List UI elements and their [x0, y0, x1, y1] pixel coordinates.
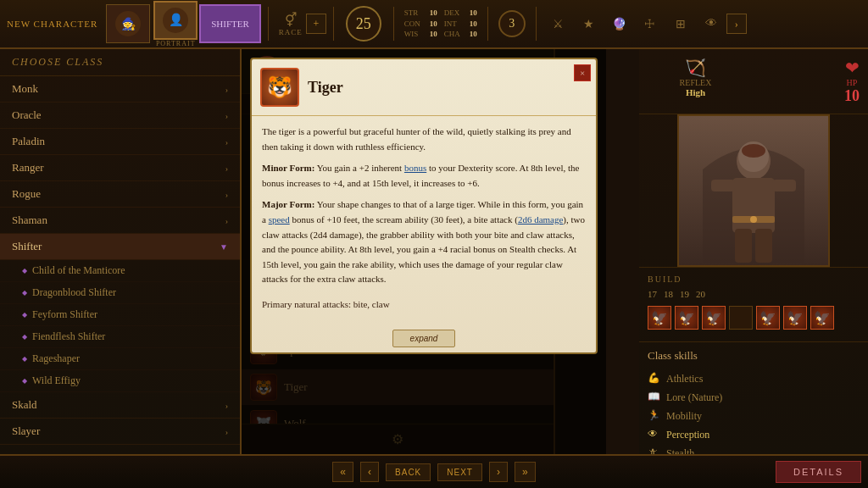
- next-button[interactable]: Next: [437, 463, 482, 481]
- choose-class-header: Choose Class: [0, 49, 240, 76]
- shifter-source-icon[interactable]: 🔮: [606, 10, 633, 37]
- svg-rect-2: [711, 180, 735, 191]
- build-numbers: 17 18 19 20: [648, 289, 860, 299]
- new-character-label: New Character: [7, 19, 97, 29]
- build-slot-4: [729, 306, 753, 330]
- bullet-2: ◆: [22, 289, 27, 297]
- build-slot-5: 🦅: [756, 306, 780, 330]
- divider-5: [536, 7, 537, 41]
- mobility-icon: 🏃: [648, 409, 661, 423]
- build-slot-7: 🦅: [810, 306, 834, 330]
- left-panel: Choose Class Monk › Oracle › Paladin › R…: [0, 49, 242, 454]
- svg-rect-3: [772, 180, 796, 191]
- oracle-arrow: ›: [225, 111, 228, 120]
- popup-attacks: Primary natural attacks: bite, claw: [262, 294, 586, 316]
- stealth-icon: 🗡: [648, 446, 661, 454]
- nav-first-btn[interactable]: «: [332, 462, 353, 482]
- divider-3: [393, 7, 394, 41]
- portrait-figure: [679, 116, 828, 265]
- bullet-1: ◆: [22, 267, 27, 274]
- skill-stealth: 🗡 Stealth: [648, 444, 860, 454]
- class-item-paladin[interactable]: Paladin ›: [0, 129, 240, 155]
- build-slot-1: 🦅: [648, 306, 671, 330]
- bottom-bar: « ‹ Back Next › » Details: [0, 454, 868, 488]
- class-item-slayer[interactable]: Slayer ›: [0, 419, 240, 445]
- build-slot-6: 🦅: [783, 306, 807, 330]
- popup-description: The tiger is a powerful but graceful hun…: [262, 125, 586, 154]
- back-button[interactable]: Back: [386, 463, 431, 481]
- slayer-arrow: ›: [225, 427, 228, 436]
- bullet-3: ◆: [22, 311, 27, 319]
- monk-arrow: ›: [225, 85, 228, 94]
- deity-icon[interactable]: ☩: [637, 10, 664, 37]
- build-section: Build 17 18 19 20 🦅 🦅 🦅 🦅 🦅 🦅: [639, 267, 868, 341]
- popup-overlay: × 🐯 Tiger The tiger is a powerful but gr…: [242, 49, 606, 454]
- level-indicator: 25: [346, 6, 381, 42]
- tab-shifter[interactable]: Shifter: [199, 4, 261, 43]
- rogue-arrow: ›: [225, 190, 228, 199]
- svg-rect-4: [735, 229, 752, 263]
- subclass-wild-effigy[interactable]: ◆ Wild Effigy: [0, 370, 240, 392]
- tiger-popup-icon: 🐯: [260, 68, 299, 107]
- bullet-4: ◆: [22, 333, 27, 341]
- subclass-child-manticore[interactable]: ◆ Child of the Manticore: [0, 260, 240, 282]
- stats-left: STR 10 CON 10 WIS 10: [404, 8, 437, 40]
- close-button[interactable]: ×: [574, 64, 591, 81]
- lore-nature-icon: 📖: [648, 391, 661, 404]
- tab-character[interactable]: 🧙: [106, 4, 150, 43]
- subclass-feyform[interactable]: ◆ Feyform Shifter: [0, 304, 240, 326]
- skald-arrow: ›: [225, 401, 228, 410]
- skill-perception: 👁 Perception: [648, 425, 860, 444]
- portrait-svg: [686, 119, 821, 263]
- popup-major-form: Major Form: Your shape changes to that o…: [262, 197, 586, 287]
- race-nav[interactable]: ⚥ Race: [277, 10, 304, 37]
- svg-rect-5: [755, 229, 772, 263]
- paladin-arrow: ›: [225, 137, 228, 147]
- right-panel: 🏹 Reflex High ❤ HP 10: [639, 49, 868, 454]
- class-item-monk[interactable]: Monk ›: [0, 76, 240, 103]
- skills-icon[interactable]: ⚔: [545, 10, 572, 37]
- appearance-icon[interactable]: 👁: [698, 10, 725, 37]
- divider-4: [487, 7, 488, 41]
- popup-footer: expand: [252, 324, 596, 352]
- details-button[interactable]: Details: [776, 461, 861, 483]
- nav-last-btn[interactable]: »: [515, 462, 536, 482]
- class-item-rogue[interactable]: Rogue ›: [0, 181, 240, 208]
- nav-prev-btn[interactable]: ‹: [360, 462, 379, 482]
- hp-box: ❤ HP 10: [844, 58, 860, 105]
- class-item-skald[interactable]: Skald ›: [0, 392, 240, 419]
- right-top: 🏹 Reflex High ❤ HP 10: [639, 49, 868, 114]
- race-label: Race: [279, 28, 303, 36]
- subclass-dragonblood[interactable]: ◆ Dragonblood Shifter: [0, 282, 240, 304]
- divider-1: [268, 7, 269, 41]
- build-slots: 🦅 🦅 🦅 🦅 🦅 🦅: [648, 306, 860, 330]
- top-bar: New Character 🧙 👤 Portrait Shifter ⚥ Rac…: [0, 0, 868, 49]
- expand-button[interactable]: expand: [392, 330, 456, 347]
- class-skills-section: Class skills 💪 Athletics 📖 Lore (Nature)…: [639, 341, 868, 454]
- skill-lore-nature: 📖 Lore (Nature): [648, 388, 860, 407]
- build-slot-3: 🦅: [702, 306, 726, 330]
- subclass-rageshaper[interactable]: ◆ Rageshaper: [0, 348, 240, 370]
- alignment-icon[interactable]: ⊞: [667, 10, 694, 37]
- perception-icon: 👁: [648, 428, 661, 441]
- popup-header: 🐯 Tiger: [252, 59, 596, 116]
- class-item-oracle[interactable]: Oracle ›: [0, 103, 240, 129]
- class-item-shifter[interactable]: Shifter ▼: [0, 234, 240, 260]
- feats-icon[interactable]: ★: [576, 10, 603, 37]
- class-item-shaman[interactable]: Shaman ›: [0, 208, 240, 234]
- svg-point-7: [742, 144, 765, 158]
- tab-portrait[interactable]: 👤: [153, 1, 198, 40]
- tiger-popup: × 🐯 Tiger The tiger is a powerful but gr…: [250, 58, 598, 354]
- popup-title: Tiger: [308, 79, 343, 97]
- small-num: 3: [498, 10, 526, 37]
- class-item-ranger[interactable]: Ranger ›: [0, 155, 240, 181]
- subclass-fiendflesh[interactable]: ◆ Fiendflesh Shifter: [0, 326, 240, 348]
- nav-next-btn[interactable]: ›: [489, 462, 508, 482]
- portrait-tab-label: Portrait: [156, 40, 196, 47]
- top-nav-right[interactable]: ›: [726, 14, 747, 34]
- ranger-arrow: ›: [225, 164, 228, 173]
- divider-2: [333, 7, 334, 41]
- popup-body: The tiger is a powerful but graceful hun…: [252, 116, 596, 324]
- add-race-btn[interactable]: +: [306, 14, 326, 34]
- skill-mobility: 🏃 Mobility: [648, 407, 860, 425]
